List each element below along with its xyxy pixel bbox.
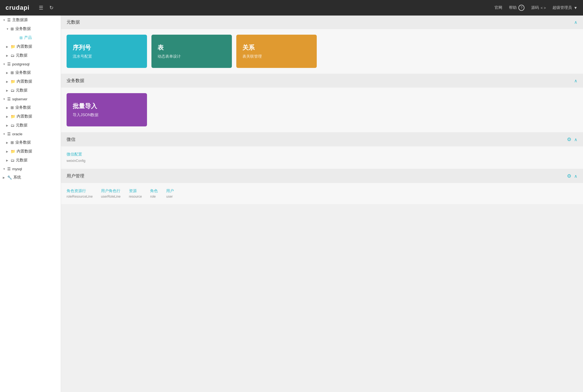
folder-icon: 📁 <box>11 44 15 49</box>
nav-source[interactable]: 源码 < > <box>531 5 546 10</box>
sidebar-item-postgresql[interactable]: ☰ postgresql <box>0 60 61 68</box>
user-link-name-1[interactable]: 用户角色行 <box>101 189 121 194</box>
section-business-icons: ∧ <box>574 78 577 83</box>
sidebar: ☰ 主数据源 ⊞ 业务数据 ⊞ 产品 📁 内置数据 🗂 元数据 <box>0 16 61 392</box>
card-serial-number[interactable]: 序列号 流水号配置 <box>67 35 147 68</box>
arrow-icon <box>6 159 10 162</box>
section-business-header: 业务数据 ∧ <box>61 74 583 88</box>
sidebar-label: sqlserver <box>12 97 27 101</box>
logo: crudapi <box>6 4 29 11</box>
section-user-icons: ⚙ ∧ <box>567 173 577 179</box>
sidebar-item-system[interactable]: 🔧 系统 <box>0 173 61 182</box>
user-link-name-4[interactable]: 用户 <box>166 189 174 194</box>
briefcase-icon: 🗂 <box>11 123 14 128</box>
metadata-cards-row: 序列号 流水号配置 表 动态表单设计 关系 表关联管理 <box>67 35 577 68</box>
card-batch-import[interactable]: 批量导入 导入JSON数据 <box>67 93 147 126</box>
user-link-sub-4: user <box>166 195 174 198</box>
sidebar-item-metadata-1[interactable]: 🗂 元数据 <box>0 51 61 60</box>
user-link-role-resource-line: 角色资源行 roleResourceLine <box>67 189 93 198</box>
db-icon: ☰ <box>7 62 11 66</box>
nav-user[interactable]: 超级管理员 ▼ <box>552 5 577 10</box>
sidebar-item-business-data[interactable]: ⊞ 业务数据 <box>0 24 61 33</box>
section-weixin-title: 微信 <box>67 137 567 142</box>
arrow-icon <box>6 45 10 48</box>
sidebar-item-product[interactable]: ⊞ 产品 <box>0 33 61 42</box>
section-user-management: 用户管理 ⚙ ∧ 角色资源行 roleResourceLine 用户角色行 us… <box>61 169 583 204</box>
arrow-icon <box>6 141 10 144</box>
user-link-name-0[interactable]: 角色资源行 <box>67 189 93 194</box>
sidebar-item-ora-metadata[interactable]: 🗂 元数据 <box>0 156 61 165</box>
arrow-icon <box>6 150 10 153</box>
user-links-row: 角色资源行 roleResourceLine 用户角色行 userRoleLin… <box>67 189 577 198</box>
nav-help[interactable]: 帮助 ? <box>509 5 524 11</box>
table-icon: ⊞ <box>11 27 14 31</box>
user-link-sub-0: roleResourceLine <box>67 195 93 198</box>
card-batch-sub: 导入JSON数据 <box>73 113 141 118</box>
sidebar-item-builtin-data-1[interactable]: 📁 内置数据 <box>0 42 61 51</box>
sidebar-label: 元数据 <box>16 53 27 58</box>
sidebar-item-pg-business[interactable]: ⊞ 业务数据 <box>0 68 61 77</box>
db-icon: ☰ <box>7 167 11 171</box>
card-table-sub: 动态表单设计 <box>158 54 226 59</box>
user-link-role: 角色 role <box>150 189 158 198</box>
briefcase-icon: 🗂 <box>11 158 14 162</box>
user-link-name-2[interactable]: 资源 <box>129 189 142 194</box>
section-metadata: 元数据 ∧ 序列号 流水号配置 表 动态表单设计 关系 <box>61 16 583 73</box>
sidebar-label: 内置数据 <box>17 44 32 49</box>
sidebar-item-ora-business[interactable]: ⊞ 业务数据 <box>0 138 61 147</box>
sidebar-item-main-datasource[interactable]: ☰ 主数据源 <box>0 16 61 24</box>
sidebar-label: postgresql <box>12 62 29 66</box>
collapse-icon[interactable]: ∧ <box>574 137 577 142</box>
user-link-name-3[interactable]: 角色 <box>150 189 158 194</box>
gear-icon[interactable]: ⚙ <box>567 173 571 179</box>
sidebar-item-pg-metadata[interactable]: 🗂 元数据 <box>0 86 61 95</box>
card-relation-sub: 表关联管理 <box>242 54 311 59</box>
sidebar-item-pg-builtin[interactable]: 📁 内置数据 <box>0 77 61 86</box>
card-serial-title: 序列号 <box>73 44 141 52</box>
nav-help-label: 帮助 <box>509 5 517 10</box>
sidebar-label: 内置数据 <box>17 114 32 119</box>
collapse-icon[interactable]: ∧ <box>574 20 577 25</box>
sidebar-item-ora-builtin[interactable]: 📁 内置数据 <box>0 147 61 156</box>
gear-icon[interactable]: ⚙ <box>567 136 571 142</box>
nav-official-site[interactable]: 官网 <box>495 5 502 10</box>
table-icon: ⊞ <box>11 105 14 110</box>
briefcase-icon: 🗂 <box>11 88 14 93</box>
arrow-icon <box>6 54 10 57</box>
card-table[interactable]: 表 动态表单设计 <box>151 35 232 68</box>
user-link-sub-2: resource <box>129 195 142 198</box>
weixin-config-sub: weixinConfig <box>67 159 85 163</box>
nav-source-label: 源码 <box>531 5 539 10</box>
arrow-icon <box>6 124 10 127</box>
card-relation-title: 关系 <box>242 44 311 52</box>
main-content: 元数据 ∧ 序列号 流水号配置 表 动态表单设计 关系 <box>61 16 583 392</box>
db-icon: ☰ <box>7 132 11 136</box>
menu-button[interactable]: ☰ <box>38 4 44 12</box>
card-table-title: 表 <box>158 44 226 52</box>
sidebar-item-sql-metadata[interactable]: 🗂 元数据 <box>0 121 61 130</box>
collapse-icon[interactable]: ∧ <box>574 78 577 83</box>
business-cards-row: 批量导入 导入JSON数据 <box>67 93 577 126</box>
section-business-title: 业务数据 <box>67 78 574 84</box>
weixin-config-link[interactable]: 微信配置 <box>67 152 577 157</box>
collapse-icon[interactable]: ∧ <box>574 174 577 179</box>
card-relation[interactable]: 关系 表关联管理 <box>236 35 317 68</box>
arrow-icon <box>6 27 10 30</box>
table-small-icon: ⊞ <box>19 35 23 40</box>
sidebar-item-mysql[interactable]: ☰ mysql <box>0 165 61 173</box>
user-link-user: 用户 user <box>166 189 174 198</box>
nav-official-site-label: 官网 <box>495 5 502 10</box>
refresh-button[interactable]: ↻ <box>48 4 55 12</box>
arrow-icon <box>3 167 7 170</box>
section-business: 业务数据 ∧ 批量导入 导入JSON数据 <box>61 74 583 132</box>
sidebar-item-oracle[interactable]: ☰ oracle <box>0 130 61 138</box>
sidebar-item-sqlserver[interactable]: ☰ sqlserver <box>0 95 61 103</box>
section-weixin-body: 微信配置 weixinConfig <box>61 146 583 169</box>
sidebar-item-sql-builtin[interactable]: 📁 内置数据 <box>0 112 61 121</box>
header: crudapi ☰ ↻ 官网 帮助 ? 源码 < > 超级管理员 ▼ <box>0 0 583 16</box>
nav-user-label: 超级管理员 <box>552 5 572 10</box>
arrow-icon <box>3 63 7 66</box>
sidebar-label: 业务数据 <box>15 105 31 110</box>
sidebar-item-sql-business[interactable]: ⊞ 业务数据 <box>0 103 61 112</box>
folder-icon: 📁 <box>11 114 15 119</box>
